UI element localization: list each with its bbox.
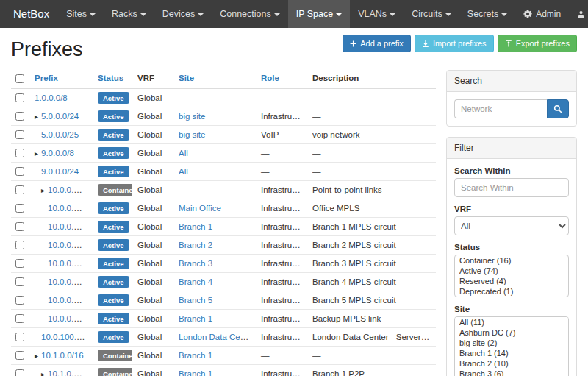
nav-item-racks[interactable]: Racks	[104, 0, 154, 28]
status-cell: Active	[92, 328, 132, 347]
site-link[interactable]: Branch 2	[179, 241, 212, 249]
row-checkbox[interactable]	[15, 222, 24, 231]
import-prefixes-button[interactable]: Import prefixes	[415, 35, 494, 52]
chevron-down-icon	[140, 13, 146, 16]
prefix-link[interactable]: 10.0.0.128/31	[48, 222, 92, 231]
site-filter-select[interactable]: All (11)Ashburn DC (7)big site (2)Branch…	[454, 316, 569, 376]
prefix-link[interactable]: 9.0.0.0/24	[41, 167, 79, 176]
site-link[interactable]: London Data Center	[179, 333, 255, 341]
search-button[interactable]	[547, 99, 569, 118]
nav-item-label: Devices	[162, 9, 195, 19]
nav-admin[interactable]: Admin	[515, 0, 569, 28]
nav-item-circuits[interactable]: Circuits	[404, 0, 459, 28]
site-link[interactable]: Branch 5	[179, 296, 212, 305]
site-link[interactable]: Branch 3	[179, 259, 212, 268]
prefix-link[interactable]: 5.0.0.0/24	[41, 112, 79, 121]
prefix-link[interactable]: 1.0.0.0/8	[35, 93, 68, 102]
prefix-link[interactable]: 10.0.0.136/31	[48, 296, 92, 305]
row-checkbox[interactable]	[15, 296, 24, 305]
search-within-input[interactable]	[454, 178, 569, 197]
nav-item-sites[interactable]: Sites	[58, 0, 104, 28]
sort-prefix-link[interactable]: Prefix	[35, 74, 58, 82]
description-cell: —	[306, 163, 436, 181]
select-all-checkbox[interactable]	[15, 74, 24, 83]
nav-item-connections[interactable]: Connections	[212, 0, 288, 28]
site-link[interactable]: All	[179, 149, 188, 157]
filter-option[interactable]: Deprecated (1)	[455, 286, 568, 297]
filter-option[interactable]: All (11)	[455, 317, 568, 327]
row-checkbox[interactable]	[15, 93, 24, 102]
sort-status-link[interactable]: Status	[98, 74, 123, 82]
vrf-cell: Global	[132, 347, 173, 365]
filter-option[interactable]: Container (16)	[455, 255, 568, 266]
filter-option[interactable]: Branch 1 (14)	[455, 348, 568, 358]
row-checkbox[interactable]	[15, 130, 24, 139]
export-icon	[505, 40, 512, 47]
vrf-cell: Global	[132, 218, 173, 236]
site-link[interactable]: Branch 1	[179, 369, 212, 376]
status-filter-select[interactable]: Container (16)Active (74)Reserved (4)Dep…	[454, 255, 569, 297]
row-checkbox[interactable]	[15, 204, 24, 213]
netbox-brand[interactable]: NetBox	[4, 0, 58, 28]
site-link[interactable]: Branch 4	[179, 277, 212, 286]
row-checkbox[interactable]	[15, 241, 24, 249]
vrf-cell: Global	[132, 88, 173, 107]
site-link[interactable]: big site	[179, 130, 205, 139]
add-prefix-button[interactable]: Add a prefix	[343, 35, 411, 52]
site-cell: Branch 3	[173, 255, 255, 273]
prefix-link[interactable]: 10.1.0.0/16	[41, 351, 84, 360]
filter-option[interactable]: big site (2)	[455, 338, 568, 348]
chevron-down-icon	[90, 13, 96, 16]
sort-site-link[interactable]: Site	[179, 74, 194, 82]
row-checkbox[interactable]	[15, 277, 24, 286]
sort-role-link[interactable]: Role	[261, 74, 279, 82]
vrf-cell: Global	[132, 107, 173, 126]
prefix-link[interactable]: 9.0.0.0/8	[41, 149, 74, 157]
row-checkbox[interactable]	[15, 185, 24, 194]
vrf-filter-label: VRF	[454, 205, 569, 213]
row-checkbox[interactable]	[15, 112, 24, 121]
row-checkbox[interactable]	[15, 369, 24, 376]
filter-option[interactable]: Branch 3 (6)	[455, 369, 568, 376]
filter-option[interactable]: Ashburn DC (7)	[455, 327, 568, 338]
vrf-select[interactable]: All	[454, 216, 569, 235]
filter-option[interactable]: Reserved (4)	[455, 276, 568, 286]
site-link[interactable]: All	[179, 167, 188, 176]
prefix-link[interactable]: 10.0.0.134/31	[48, 277, 92, 286]
row-checkbox[interactable]	[15, 149, 24, 157]
site-link[interactable]: big site	[179, 112, 205, 121]
export-prefixes-button[interactable]: Export prefixes	[498, 35, 577, 52]
prefix-link[interactable]: 10.0.0.0/31	[48, 204, 90, 213]
prefix-link[interactable]: 10.0.100.0/24	[41, 333, 92, 341]
prefix-link[interactable]: 5.0.0.0/25	[41, 130, 79, 139]
filter-option[interactable]: Active (74)	[455, 266, 568, 276]
row-checkbox[interactable]	[15, 259, 24, 268]
prefix-cell: 10.0.0.138/31	[29, 310, 92, 328]
nav-item-ip-space[interactable]: IP Space	[288, 0, 351, 28]
nav-item-devices[interactable]: Devices	[154, 0, 212, 28]
search-input[interactable]	[454, 99, 547, 118]
site-link[interactable]: Branch 1	[179, 351, 212, 360]
row-checkbox[interactable]	[15, 333, 24, 341]
row-checkbox[interactable]	[15, 351, 24, 360]
prefix-link[interactable]: 10.0.0.130/31	[48, 241, 92, 249]
prefix-cell: 10.0.0.130/31	[29, 236, 92, 255]
nav-item-secrets[interactable]: Secrets	[459, 0, 515, 28]
site-link[interactable]: Branch 1	[179, 314, 212, 323]
row-checkbox-cell	[11, 144, 29, 163]
nav-profile[interactable]: Profile	[569, 0, 588, 28]
nav-item-vlans[interactable]: VLANs	[350, 0, 404, 28]
filter-option[interactable]: Branch 2 (10)	[455, 358, 568, 369]
row-checkbox[interactable]	[15, 167, 24, 176]
prefix-link[interactable]: 10.0.0.132/31	[48, 259, 92, 268]
row-checkbox[interactable]	[15, 314, 24, 323]
prefix-cell: ▸10.1.0.0/16	[29, 347, 92, 365]
prefix-link[interactable]: 10.1.0.0/24	[48, 369, 90, 376]
column-header-role: Role	[255, 70, 306, 88]
site-link[interactable]: Main Office	[179, 204, 221, 213]
site-link[interactable]: Branch 1	[179, 222, 212, 231]
site-cell: —	[173, 181, 255, 199]
nav-item-label: VLANs	[358, 9, 387, 19]
prefix-link[interactable]: 10.0.0.138/31	[48, 314, 92, 323]
prefix-link[interactable]: 10.0.0.0/24	[48, 185, 90, 194]
